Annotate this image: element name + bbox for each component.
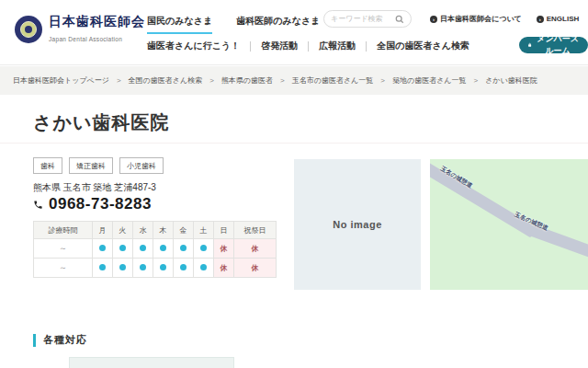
breadcrumb-separator: > [474,76,479,85]
schedule-header-row: 診療時間月火水木金土日祝祭日 [34,222,277,239]
search-icon[interactable] [395,15,404,24]
schedule-open-cell [174,259,194,278]
logo-subtitle: Japan Dental Association [49,36,122,42]
support-table-partial-cell [69,357,234,368]
schedule-open-cell [93,259,113,278]
secondary-nav-item-0[interactable]: 歯医者さんに行こう！ [147,40,240,52]
schedule-header-cell: 木 [153,222,174,239]
schedule-header-cell: 水 [133,222,153,239]
jda-emblem-icon [15,16,42,43]
open-dot-icon [160,245,166,251]
schedule-header-cell: 日 [214,222,234,239]
open-dot-icon [119,245,126,251]
schedule-header-cell: 月 [93,222,113,239]
breadcrumb-separator: > [280,76,285,85]
schedule-row: ～休休 [34,239,277,259]
utility-link-1[interactable]: ›ENGLISH [537,14,580,24]
schedule-header-cell: 土 [194,222,214,239]
clinic-photo-placeholder: No image [294,159,421,290]
keyword-search[interactable] [323,10,412,28]
breadcrumb-separator: > [209,76,214,85]
primary-nav-item-1[interactable]: 歯科医師のみなさま [236,15,320,34]
schedule-header-cell: 祝祭日 [234,222,277,239]
phone-icon [33,200,43,210]
schedule-closed-cell: 休 [234,259,277,278]
open-dot-icon [160,264,166,270]
arrow-circle-icon: › [430,16,437,23]
schedule-header-cell: 火 [113,222,133,239]
breadcrumb-separator: > [380,76,385,85]
site-header: 日本歯科医師会 Japan Dental Association 国民のみなさま… [0,0,588,65]
clinic-name-title: さかい歯科医院 [33,110,169,135]
secondary-nav: 歯医者さんに行こう！啓発活動広報活動全国の歯医者さん検索 [147,38,469,54]
schedule-header-cell: 診療時間 [34,222,93,239]
breadcrumb-item-1[interactable]: 全国の歯医者さん検索 [129,75,203,86]
primary-nav: 国民のみなさま歯科医師のみなさま [147,15,320,34]
open-dot-icon [200,245,207,251]
clinic-address: 熊本県 玉名市 築地 芝浦487-3 [33,181,156,194]
clinic-phone: 0968-73-8283 [33,195,152,213]
lock-icon [527,41,532,49]
breadcrumb: 日本歯科医師会トップページ>全国の歯医者さん検索>熊本県の歯医者>玉名市の歯医者… [0,66,588,95]
map[interactable]: 玉名の城憩道 玉名の城憩道 [430,159,588,290]
schedule-header-cell: 金 [174,222,194,239]
clinic-tag-2: 小児歯科 [119,157,164,174]
schedule-closed-cell: 休 [234,239,277,259]
nav-divider [250,41,251,52]
clinic-tag-0: 歯科 [33,157,62,174]
schedule-open-cell [113,259,133,278]
page: 日本歯科医師会 Japan Dental Association 国民のみなさま… [0,0,588,368]
section-support: 各種対応 [33,333,87,347]
schedule-row: ～休休 [34,259,277,278]
primary-nav-item-0[interactable]: 国民のみなさま [147,15,212,34]
breadcrumb-item-3[interactable]: 玉名市の歯医者さん一覧 [292,75,374,86]
breadcrumb-item-0[interactable]: 日本歯科医師会トップページ [13,75,109,86]
secondary-nav-item-2[interactable]: 広報活動 [319,40,356,52]
clinic-tags: 歯科矯正歯科小児歯科 [33,157,164,174]
secondary-nav-item-3[interactable]: 全国の歯医者さん検索 [377,40,469,52]
title-divider [0,143,588,144]
search-input[interactable] [331,15,395,23]
schedule-time-cell: ～ [34,259,93,278]
logo-text: 日本歯科医師会 Japan Dental Association [49,14,145,45]
utility-link-0[interactable]: ›日本歯科医師会について [430,14,522,24]
no-image-label: No image [333,219,382,230]
schedule-open-cell [194,259,214,278]
open-dot-icon [119,264,126,270]
schedule-open-cell [93,239,113,259]
section-accent-bar [33,334,36,347]
open-dot-icon [140,264,146,270]
schedule-open-cell [133,239,153,259]
breadcrumb-item-4[interactable]: 築地の歯医者さん一覧 [392,75,467,86]
open-dot-icon [99,245,106,251]
nav-divider [308,41,309,52]
schedule-open-cell [153,259,174,278]
map-road [530,224,588,266]
logo-title: 日本歯科医師会 [49,14,145,29]
utility-links: ›日本歯科医師会について›ENGLISH [430,14,579,24]
site-logo[interactable]: 日本歯科医師会 Japan Dental Association [15,14,145,45]
schedule-table: 診療時間月火水木金土日祝祭日～休休～休休 [33,221,277,278]
schedule-closed-cell: 休 [214,259,234,278]
schedule-open-cell [113,239,133,259]
phone-number[interactable]: 0968-73-8283 [49,195,152,213]
open-dot-icon [140,245,146,251]
secondary-nav-item-1[interactable]: 啓発活動 [261,40,298,52]
breadcrumb-separator: > [117,76,121,85]
schedule-closed-cell: 休 [214,239,234,259]
schedule-open-cell [194,239,214,259]
utility-link-label: ENGLISH [547,15,580,23]
open-dot-icon [99,264,106,270]
utility-link-label: 日本歯科医師会について [440,14,522,24]
breadcrumb-item-2[interactable]: 熊本県の歯医者 [221,75,273,86]
schedule-time-cell: ～ [34,239,93,259]
open-dot-icon [180,245,187,251]
schedule-open-cell [174,239,194,259]
members-room-button[interactable]: メンバーズルーム [519,37,588,53]
nav-divider [366,41,367,52]
schedule-open-cell [133,259,153,278]
clinic-tag-1: 矯正歯科 [69,157,113,174]
breadcrumb-item-5[interactable]: さかい歯科医院 [485,75,537,86]
open-dot-icon [200,264,207,270]
schedule-open-cell [153,239,174,259]
